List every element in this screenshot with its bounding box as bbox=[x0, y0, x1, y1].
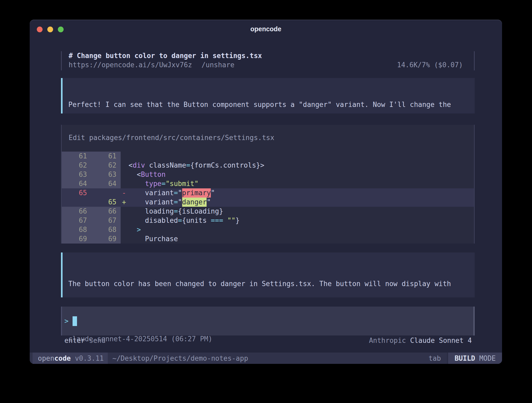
diff-row: 65+ variant="danger" bbox=[62, 198, 474, 207]
old-line-number: 63 bbox=[62, 170, 91, 179]
code-token: variant bbox=[129, 198, 174, 206]
diff-row: 6262<div className={formCs.controls}> bbox=[62, 161, 474, 170]
assistant-message: The button color has been changed to dan… bbox=[61, 252, 475, 297]
code-token: = bbox=[178, 216, 182, 224]
provider-label: Anthropic bbox=[369, 337, 410, 344]
code-token: danger bbox=[182, 198, 207, 207]
new-line-number: 67 bbox=[91, 216, 121, 225]
status-bar-right: tab BUILD MODE bbox=[428, 353, 502, 364]
new-line-number: 64 bbox=[91, 179, 121, 188]
diff-marker bbox=[121, 152, 129, 161]
status-bar: opencode v0.3.11 ~/Desktop/Projects/demo… bbox=[30, 353, 502, 364]
code-token: < bbox=[129, 161, 133, 169]
new-line-number: 62 bbox=[91, 161, 121, 170]
code-token: = bbox=[174, 198, 178, 206]
code-token: "submit" bbox=[166, 180, 198, 188]
diff-marker bbox=[121, 161, 129, 170]
diff-row: 6464 type="submit" bbox=[62, 179, 474, 188]
code-token: {formCs.controls}> bbox=[190, 161, 264, 169]
window-titlebar[interactable]: opencode bbox=[30, 20, 502, 38]
old-line-number: 61 bbox=[62, 152, 91, 161]
input-footer: enter send Anthropic Claude Sonnet 4 bbox=[61, 336, 475, 345]
old-line-number: 65 bbox=[62, 188, 91, 198]
prompt-symbol: > bbox=[64, 317, 69, 325]
tab-key-hint: tab bbox=[428, 354, 441, 362]
diff-code-line bbox=[129, 152, 474, 161]
code-token: "" bbox=[227, 216, 236, 224]
code-token: Purchase bbox=[129, 235, 178, 243]
diff-code-line: disabled={units === ""} bbox=[129, 216, 474, 225]
diff-code-line: variant="primary" bbox=[129, 188, 474, 198]
code-token: " bbox=[207, 198, 211, 206]
app-name-bold: code bbox=[54, 354, 71, 362]
old-line-number: 69 bbox=[62, 234, 91, 244]
window-title: opencode bbox=[30, 20, 502, 38]
diff-marker bbox=[121, 216, 129, 225]
diff-code-line: Purchase bbox=[129, 234, 474, 244]
diff-code-line: variant="danger" bbox=[129, 198, 474, 207]
code-token: disabled bbox=[129, 216, 178, 224]
diff-code-line: <Button bbox=[129, 170, 474, 179]
code-token: div bbox=[133, 161, 145, 169]
new-line-number: 61 bbox=[91, 152, 121, 161]
code-token: === bbox=[211, 216, 223, 224]
diff-row: 65- variant="primary" bbox=[62, 188, 474, 198]
enter-hint: enter send bbox=[61, 336, 106, 345]
diff-code-line: loading={isLoading} bbox=[129, 207, 474, 216]
code-token bbox=[129, 180, 145, 188]
assistant-message: Perfect! I can see that the Button compo… bbox=[61, 78, 475, 113]
message-line: Perfect! I can see that the Button compo… bbox=[68, 100, 475, 109]
new-line-number: 65 bbox=[91, 198, 121, 207]
code-token: " bbox=[178, 198, 182, 206]
code-token: " bbox=[211, 189, 215, 197]
send-label: send bbox=[85, 337, 105, 344]
code-token: " bbox=[178, 189, 182, 197]
diff-row: 6161 bbox=[62, 152, 474, 161]
code-token: className bbox=[145, 161, 186, 169]
share-url-link[interactable]: https://opencode.ai/s/UwJxv76z bbox=[69, 60, 192, 70]
old-line-number bbox=[62, 198, 91, 207]
new-line-number: 63 bbox=[91, 170, 121, 179]
token-cost-stats: 14.6K/7% ($0.07) bbox=[397, 60, 474, 70]
diff-code-line: > bbox=[129, 225, 474, 234]
diff-row: 6666 loading={isLoading} bbox=[62, 207, 474, 216]
new-line-number: 66 bbox=[91, 207, 121, 216]
diff-code-line: <div className={formCs.controls}> bbox=[129, 161, 474, 170]
new-line-number: 69 bbox=[91, 234, 121, 244]
unshare-command[interactable]: /unshare bbox=[202, 60, 234, 70]
enter-key-label: enter bbox=[64, 337, 85, 344]
mode-badge: BUILD MODE bbox=[447, 353, 502, 364]
code-token: primary bbox=[182, 188, 211, 198]
diff-row: 6868 > bbox=[62, 225, 474, 234]
diff-row: 6969 Purchase bbox=[62, 234, 474, 244]
diff-view: 61616262<div className={formCs.controls}… bbox=[62, 152, 474, 244]
new-line-number bbox=[91, 188, 121, 198]
session-subheader: https://opencode.ai/s/UwJxv76z /unshare … bbox=[69, 60, 474, 70]
old-line-number: 62 bbox=[62, 161, 91, 170]
code-token: = bbox=[161, 180, 166, 188]
code-token: > bbox=[137, 226, 141, 234]
app-name-regular: open bbox=[38, 354, 54, 362]
app-version: v0.3.11 bbox=[71, 354, 104, 362]
old-line-number: 64 bbox=[62, 179, 91, 188]
working-directory: ~/Desktop/Projects/demo-notes-app bbox=[112, 354, 248, 362]
code-token: < bbox=[129, 170, 141, 178]
opencode-window: opencode # Change button color to danger… bbox=[30, 20, 502, 364]
old-line-number: 66 bbox=[62, 207, 91, 216]
new-line-number: 68 bbox=[91, 225, 121, 234]
code-token: {isLoading} bbox=[178, 207, 223, 215]
code-token: = bbox=[174, 189, 178, 197]
old-line-number: 68 bbox=[62, 225, 91, 234]
diff-marker bbox=[121, 207, 129, 216]
model-indicator: Anthropic Claude Sonnet 4 bbox=[369, 336, 475, 345]
diff-code-line: type="submit" bbox=[129, 179, 474, 188]
diff-row: 6767 disabled={units === ""} bbox=[62, 216, 474, 225]
code-token bbox=[129, 226, 137, 234]
model-label: Claude Sonnet 4 bbox=[410, 337, 472, 344]
code-token bbox=[223, 216, 227, 224]
code-token: } bbox=[236, 216, 240, 224]
code-token: variant bbox=[129, 189, 174, 197]
prompt-input[interactable]: > bbox=[61, 307, 475, 335]
edit-tool-card: Edit packages/frontend/src/containers/Se… bbox=[61, 125, 475, 244]
edit-tool-title: Edit packages/frontend/src/containers/Se… bbox=[62, 125, 474, 152]
